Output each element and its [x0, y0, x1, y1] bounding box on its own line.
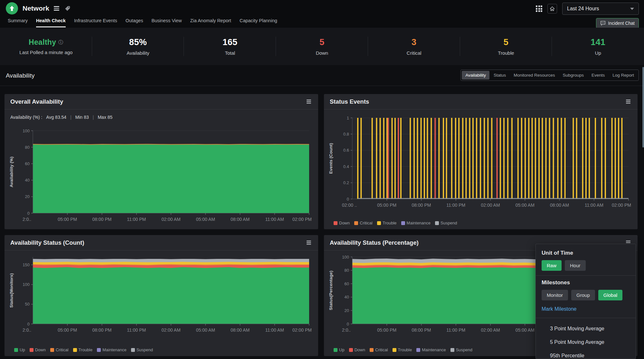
- view-monitored-resources[interactable]: Monitored Resources: [510, 71, 558, 80]
- legend-item-up[interactable]: Up: [334, 347, 345, 352]
- suspend-swatch: [435, 221, 439, 225]
- time-range-dropdown[interactable]: Last 24 Hours: [562, 3, 639, 15]
- svg-text:60: 60: [345, 281, 349, 286]
- legend-label: Maintenance: [102, 347, 126, 352]
- legend-item-maintenance[interactable]: Maintenance: [97, 347, 126, 352]
- view-log-report[interactable]: Log Report: [609, 71, 638, 80]
- status-events-chart[interactable]: 00.20.40.60.8102:00 ..05:00 PM08:00 PM11…: [327, 114, 634, 213]
- mark-milestone-link[interactable]: Mark Milestone: [542, 306, 576, 312]
- legend-item-down[interactable]: Down: [334, 221, 350, 225]
- milestone-global-button[interactable]: Global: [598, 290, 622, 300]
- menu-item-95th-percentile[interactable]: 95th Percentile: [542, 349, 630, 359]
- stat-last-polled-a-minute-ago[interactable]: HealthyⓘLast Polled a minute ago: [0, 28, 92, 65]
- page-scrollbar[interactable]: [642, 67, 644, 147]
- stat-availability[interactable]: 85%Availability: [92, 28, 184, 65]
- svg-text:0: 0: [27, 322, 30, 326]
- legend-item-trouble[interactable]: Trouble: [73, 347, 93, 352]
- svg-text:08:00 AM: 08:00 AM: [231, 217, 250, 222]
- svg-text:100: 100: [23, 282, 30, 287]
- svg-text:20: 20: [25, 194, 30, 199]
- menu-item-5-point-moving-average[interactable]: 5 Point Moving Average: [542, 335, 630, 349]
- view-status[interactable]: Status: [490, 71, 509, 80]
- tab-summary[interactable]: Summary: [8, 18, 28, 27]
- health-summary-strip: HealthyⓘLast Polled a minute ago85%Avail…: [0, 28, 644, 65]
- svg-text:1: 1: [347, 116, 349, 120]
- svg-text:02:00 AM: 02:00 AM: [161, 217, 180, 222]
- legend-item-trouble[interactable]: Trouble: [377, 221, 397, 225]
- menu-divider: [536, 275, 636, 276]
- unit-hour-button[interactable]: Hour: [565, 260, 586, 271]
- legend-item-down[interactable]: Down: [349, 347, 365, 352]
- svg-text:20: 20: [345, 308, 349, 313]
- svg-text:05:00 PM: 05:00 PM: [58, 327, 77, 333]
- legend-item-up[interactable]: Up: [14, 347, 25, 352]
- stat-down[interactable]: 5Down: [276, 28, 368, 65]
- legend-item-critical[interactable]: Critical: [370, 347, 388, 352]
- unit-raw-button[interactable]: Raw: [542, 260, 562, 271]
- page-title: Network: [23, 5, 49, 12]
- milestone-monitor-button[interactable]: Monitor: [542, 290, 568, 300]
- network-status-icon[interactable]: [6, 2, 18, 14]
- legend-item-suspend[interactable]: Suspend: [435, 221, 457, 225]
- svg-text:0.2: 0.2: [343, 180, 349, 185]
- apps-grid-icon[interactable]: [536, 5, 542, 12]
- info-icon[interactable]: ⓘ: [58, 39, 63, 45]
- critical-swatch: [370, 348, 374, 352]
- legend-item-maintenance[interactable]: Maintenance: [416, 347, 446, 352]
- incident-chat-button[interactable]: Incident Chat: [596, 18, 639, 28]
- stat-critical[interactable]: 3Critical: [368, 28, 460, 65]
- status-events-panel: Status Events 00.20.40.60.8102:00 ..05:0…: [324, 94, 638, 229]
- down-swatch: [349, 348, 353, 352]
- stat-total[interactable]: 165Total: [184, 28, 276, 65]
- legend-label: Down: [339, 221, 350, 225]
- view-switcher: AvailabilityStatusMonitored ResourcesSub…: [460, 70, 639, 81]
- legend-item-suspend[interactable]: Suspend: [131, 347, 153, 352]
- stat-trouble[interactable]: 5Trouble: [460, 28, 552, 65]
- home-icon[interactable]: [547, 4, 557, 14]
- svg-text:02:00 PM: 02:00 PM: [612, 203, 631, 208]
- legend-item-suspend[interactable]: Suspend: [450, 347, 472, 352]
- legend-label: Suspend: [440, 221, 457, 225]
- trouble-swatch: [73, 348, 77, 352]
- tab-zia-anomaly-report[interactable]: Zia Anomaly Report: [190, 18, 231, 27]
- legend-item-critical[interactable]: Critical: [354, 221, 373, 225]
- view-availability[interactable]: Availability: [462, 71, 489, 80]
- view-subgroups[interactable]: Subgroups: [559, 71, 587, 80]
- milestone-group-button[interactable]: Group: [571, 290, 595, 300]
- svg-text:0.8: 0.8: [343, 132, 349, 137]
- svg-text:0: 0: [347, 322, 349, 326]
- stat-label: Up: [595, 50, 601, 56]
- legend-item-down[interactable]: Down: [30, 347, 46, 352]
- tab-outages[interactable]: Outages: [126, 18, 143, 27]
- legend-label: Critical: [360, 221, 373, 225]
- panel-menu-icon[interactable]: [625, 98, 632, 105]
- tab-business-view[interactable]: Business View: [152, 18, 182, 27]
- svg-text:100: 100: [23, 128, 30, 133]
- view-events[interactable]: Events: [588, 71, 608, 80]
- menu-item-3-point-moving-average[interactable]: 3 Point Moving Average: [542, 322, 630, 335]
- tag-icon[interactable]: [64, 5, 71, 12]
- overall-availability-chart[interactable]: 0204060801002:0..05:00 PM08:00 PM11:00 P…: [7, 127, 315, 227]
- svg-text:08:00 PM: 08:00 PM: [92, 217, 112, 222]
- svg-text:05:00 PM: 05:00 PM: [377, 327, 396, 333]
- svg-text:0: 0: [27, 211, 30, 216]
- svg-text:05:00 PM: 05:00 PM: [58, 217, 77, 222]
- legend-item-critical[interactable]: Critical: [50, 347, 69, 352]
- suspend-swatch: [131, 348, 135, 352]
- tab-capacity-planning[interactable]: Capacity Planning: [240, 18, 277, 27]
- availability-status-count-chart[interactable]: 0501001502:0..05:00 PM08:00 PM11:00 PM02…: [7, 253, 315, 338]
- svg-text:80: 80: [25, 145, 30, 150]
- section-title: Availability: [6, 72, 34, 79]
- legend-item-trouble[interactable]: Trouble: [393, 347, 412, 352]
- tab-infrastructure-events[interactable]: Infrastructure Events: [74, 18, 117, 27]
- panel-menu-icon[interactable]: [305, 98, 312, 105]
- svg-text:05:00 AM: 05:00 AM: [516, 327, 535, 333]
- menu-icon[interactable]: [54, 6, 59, 11]
- stat-up[interactable]: 141Up: [552, 28, 644, 65]
- tab-health-check[interactable]: Health Check: [36, 18, 66, 27]
- availability-status-count-panel: Availability Status (Count) 0501001502:0…: [5, 235, 318, 356]
- panel-menu-icon[interactable]: [305, 239, 312, 246]
- stat-label: Availability: [127, 50, 149, 56]
- legend-item-maintenance[interactable]: Maintenance: [401, 221, 431, 225]
- svg-text:40: 40: [345, 295, 349, 299]
